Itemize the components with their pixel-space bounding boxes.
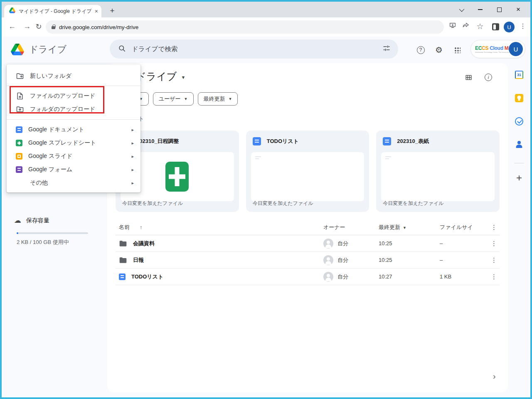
table-row[interactable]: 日報 自分 10:25 – ⋮ (116, 252, 500, 268)
modified-time: 10:27 (379, 273, 440, 280)
card-title: 202310_日程調整 (136, 138, 179, 145)
column-header-size[interactable]: ファイルサイ (440, 224, 486, 231)
menu-divider (7, 86, 140, 86)
forward-icon[interactable]: → (22, 22, 32, 31)
tasks-icon[interactable] (515, 117, 523, 126)
chevron-down-icon: ▼ (184, 97, 188, 101)
window-maximize-button[interactable] (490, 2, 509, 17)
eccs-brand: ECCS Cloud Mail Information Technology C… (475, 45, 509, 53)
screenshot-frame: マイドライブ - Google ドライブ × + × ← → ↻ drive.g… (0, 0, 532, 399)
suggestion-card[interactable]: 202310_表紙 今日変更を加えたファイル (376, 131, 500, 212)
menu-item-file-upload[interactable]: ファイルのアップロード (7, 89, 140, 103)
chevron-down-icon: ▼ (403, 226, 406, 230)
menu-item-google-slides[interactable]: Google スライド ▸ (7, 150, 140, 163)
browser-titlebar: マイドライブ - Google ドライブ × + × (2, 2, 530, 17)
eccs-subtext: Information Technology Center, The Unive… (475, 51, 509, 53)
settings-gear-icon[interactable]: ⚙ (433, 44, 445, 56)
account-avatar[interactable]: U (509, 42, 523, 56)
menu-item-google-docs[interactable]: Google ドキュメント ▸ (7, 123, 140, 136)
window-controls: × (451, 2, 528, 17)
search-bar[interactable]: ドライブで検索 (110, 39, 398, 59)
back-icon[interactable]: ← (7, 22, 17, 31)
owner-avatar (323, 255, 333, 265)
card-thumbnail (381, 152, 495, 201)
column-header-modified[interactable]: 最終更新▼ (379, 224, 440, 231)
card-caption: 今日変更を加えたファイル (122, 200, 183, 207)
calendar-icon[interactable]: 31 (515, 71, 523, 79)
sort-asc-icon: ↑ (140, 224, 143, 230)
tab-close-icon[interactable]: × (95, 8, 98, 15)
keep-icon[interactable] (515, 94, 523, 102)
bookmark-star-icon[interactable]: ☆ (475, 22, 485, 31)
drive-logo[interactable] (11, 44, 24, 57)
sheets-icon (16, 140, 22, 146)
tab-title: マイドライブ - Google ドライブ (19, 8, 91, 15)
new-folder-icon (16, 72, 24, 80)
suggestion-card[interactable]: TODOリスト 今日変更を加えたファイル (246, 131, 369, 212)
account-badge[interactable]: ECCS Cloud Mail Information Technology C… (470, 40, 525, 58)
docs-icon (119, 273, 126, 280)
menu-item-more[interactable]: その他 ▸ (7, 176, 140, 190)
owner-avatar (323, 272, 333, 282)
card-title: 202310_表紙 (397, 138, 429, 145)
row-more-icon[interactable]: ⋮ (486, 273, 500, 281)
new-tab-button[interactable]: + (107, 6, 117, 15)
window-chevron-icon[interactable] (451, 2, 470, 17)
filter-chip-modified[interactable]: 最終更新▼ (198, 92, 238, 106)
menu-item-new-folder[interactable]: 新しいフォルダ (7, 69, 140, 84)
menu-divider (7, 119, 140, 120)
modified-time: 10:25 (379, 257, 440, 263)
docs-icon (383, 137, 391, 145)
file-name: 会議資料 (133, 240, 155, 247)
install-icon[interactable] (447, 22, 458, 31)
row-more-icon[interactable]: ⋮ (486, 256, 500, 264)
submenu-arrow-icon: ▸ (131, 127, 134, 133)
docs-icon (253, 137, 261, 145)
forms-icon (16, 166, 22, 173)
title-caret-icon: ▼ (181, 75, 185, 80)
column-options-icon[interactable]: ⋮ (486, 224, 500, 231)
table-row[interactable]: 会議資料 自分 10:25 – ⋮ (116, 235, 500, 252)
filter-chip-people[interactable]: ユーザー▼ (153, 92, 194, 106)
side-panel-toggle-icon[interactable] (492, 23, 499, 30)
file-size: – (440, 240, 486, 246)
help-icon[interactable]: ? (415, 44, 426, 56)
lock-icon[interactable] (52, 26, 55, 29)
window-minimize-button[interactable] (470, 2, 490, 17)
browser-profile-avatar[interactable]: U (504, 22, 515, 32)
row-more-icon[interactable]: ⋮ (486, 240, 500, 247)
drive-header: ドライブ ドライブで検索 ? ⚙ ECCS Cloud Mail Informa… (2, 37, 530, 63)
share-icon[interactable] (461, 22, 471, 31)
column-header-owner[interactable]: オーナー (323, 224, 379, 231)
slides-icon (16, 153, 22, 160)
get-addons-icon[interactable]: + (516, 172, 522, 184)
storage-link[interactable]: ☁ 保存容量 (14, 216, 49, 225)
info-icon[interactable]: i (483, 72, 494, 83)
card-caption: 今日変更を加えたファイル (253, 200, 313, 207)
expand-panel-chevron-icon[interactable]: › (493, 372, 496, 381)
reload-icon[interactable]: ↻ (33, 22, 44, 31)
menu-item-folder-upload[interactable]: フォルダのアップロード (7, 103, 140, 116)
menu-item-google-sheets[interactable]: Google スプレッドシート ▸ (7, 136, 140, 150)
search-options-icon[interactable] (382, 44, 391, 54)
file-table: 名前↑ オーナー 最終更新▼ ファイルサイ ⋮ 会議資料 自分 10:25 – … (116, 219, 500, 285)
browser-menu-icon[interactable]: ⋮ (520, 22, 526, 30)
column-header-name[interactable]: 名前↑ (116, 224, 323, 231)
folder-icon (119, 239, 127, 248)
table-row[interactable]: TODOリスト 自分 10:27 1 KB ⋮ (116, 268, 500, 285)
contacts-icon[interactable] (515, 140, 523, 149)
browser-tab[interactable]: マイドライブ - Google ドライブ × (4, 5, 101, 17)
side-panel-rail: 31 + (508, 63, 530, 397)
owner-avatar (323, 239, 333, 249)
window-close-button[interactable]: × (509, 2, 528, 17)
grid-view-icon[interactable] (463, 72, 474, 83)
owner-name: 自分 (337, 256, 348, 264)
cloud-icon: ☁ (14, 216, 21, 225)
menu-item-google-forms[interactable]: Google フォーム ▸ (7, 163, 140, 176)
storage-progress-fill (17, 232, 18, 234)
docs-icon (16, 126, 22, 133)
google-apps-icon[interactable] (451, 44, 463, 56)
address-bar[interactable]: drive.google.com/drive/my-drive (46, 20, 444, 34)
file-name: TODOリスト (131, 273, 163, 281)
file-upload-icon (16, 92, 24, 100)
